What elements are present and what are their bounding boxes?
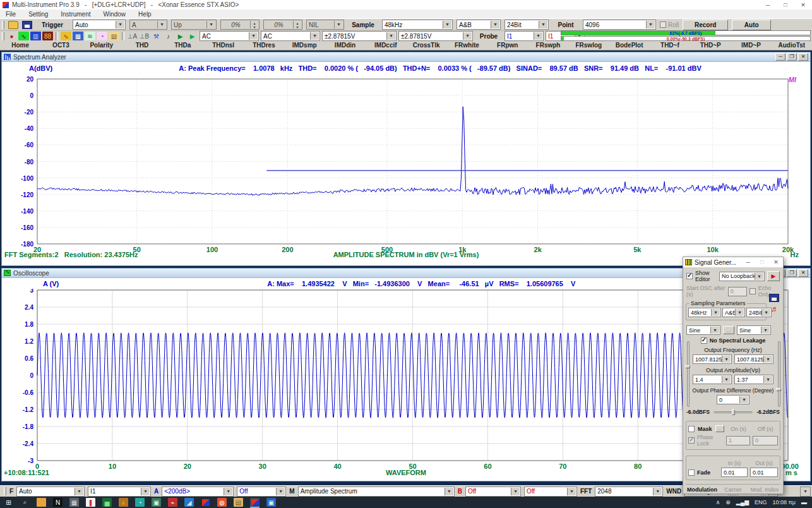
tab-imdccif[interactable]: IMDccif [366, 41, 406, 50]
dbfs-slider[interactable] [713, 411, 753, 413]
clock[interactable]: 10:08 πμ [773, 499, 796, 505]
tab-thd[interactable]: THD [122, 41, 162, 50]
spectrum-close-button[interactable]: ✕ [798, 53, 808, 61]
trigger-hpf-dropdown[interactable]: NIL [306, 20, 344, 30]
amplitude-a-slider[interactable] [685, 341, 690, 407]
wave-editor-button[interactable]: ... [723, 326, 734, 334]
menu-help[interactable]: Help [138, 11, 152, 18]
frequency-b-dropdown[interactable]: 1007.8125 [734, 354, 773, 364]
tab-thda[interactable]: THDa [162, 41, 203, 50]
media-app-icon[interactable]: ❚ [86, 498, 95, 507]
a-mode-dropdown[interactable]: Off [237, 487, 286, 497]
no-spectral-leakage-checkbox[interactable] [701, 337, 707, 344]
fade-in-field[interactable]: 0.01 [721, 468, 748, 477]
frequency-a-dropdown[interactable]: 1007.8125 [693, 354, 732, 364]
search-icon[interactable]: ⌕ [20, 498, 30, 507]
siggen-play-button[interactable]: ▶ [767, 271, 780, 281]
scope-close-button[interactable]: ✕ [798, 269, 808, 277]
menu-window[interactable]: Window [104, 11, 126, 18]
open-file-icon[interactable] [8, 21, 18, 29]
bit-depth-dropdown[interactable]: 24Bit [505, 20, 549, 30]
multi-instrument-active-icon[interactable] [250, 498, 260, 507]
lcr-meter-icon[interactable]: ◔ [97, 32, 107, 40]
multi-instrument-icon[interactable] [201, 498, 210, 507]
start-osc-field[interactable]: 0 [728, 287, 747, 296]
tab-imdsmp[interactable]: IMDsmp [284, 41, 325, 50]
trigger-edge-dropdown[interactable]: Up [171, 20, 217, 30]
menu-setting[interactable]: Setting [28, 11, 48, 18]
siggen-save-icon[interactable] [769, 294, 779, 302]
spectrum-minimize-button[interactable]: ─ [775, 53, 785, 61]
f-mode-dropdown[interactable]: Auto [16, 487, 85, 497]
a-range-dropdown[interactable]: <200dB> [162, 487, 234, 497]
spectrum-restore-button[interactable]: ❐ [787, 53, 797, 61]
trigger-source-dropdown[interactable]: A [129, 20, 167, 30]
siggen-minimize-button[interactable]: ─ [741, 259, 755, 265]
language-indicator[interactable]: ENG [755, 499, 767, 505]
tab-frswph[interactable]: FRswph [528, 41, 568, 50]
tab-audiotst[interactable]: AudioTst [772, 41, 812, 50]
image-viewer-icon[interactable]: ▣ [266, 498, 276, 507]
ddp-viewer-icon[interactable]: ▤ [109, 32, 119, 40]
sound-device-icon[interactable]: ♪ [163, 32, 174, 40]
tab-oct3[interactable]: OCT3 [40, 41, 81, 50]
roll-checkbox[interactable]: Roll [660, 21, 679, 28]
tab-polarity[interactable]: Polarity [81, 41, 122, 50]
siggen-rate-dropdown[interactable]: 48kHz [688, 308, 721, 317]
auto-button[interactable]: Auto [732, 20, 771, 30]
amplitude-b-slider[interactable] [776, 341, 781, 407]
stats-app-icon[interactable]: ⌁ [168, 498, 177, 507]
tab-thdres[interactable]: THDres [244, 41, 284, 50]
record-button[interactable]: Record [683, 20, 728, 30]
tab-home[interactable]: Home [0, 41, 40, 50]
teal-app-icon[interactable]: ◔ [135, 498, 145, 507]
probe-a-dropdown[interactable]: I1 [505, 31, 544, 41]
tab-thdnsl[interactable]: THDnsl [203, 41, 243, 50]
notepad-app-icon[interactable]: N [53, 498, 63, 507]
f-probe-dropdown[interactable]: I1 [88, 487, 151, 497]
oscilloscope-icon[interactable]: ∿ [18, 32, 29, 40]
data-logger-icon[interactable]: ≋ [85, 32, 95, 40]
b-mode2-dropdown[interactable]: Off [524, 487, 577, 497]
tray-chevron-icon[interactable]: ∧ [716, 499, 720, 505]
tab-bodeplot[interactable]: BodePlot [609, 41, 649, 50]
amplitude-a-dropdown[interactable]: 1.4 [693, 375, 732, 384]
tab-frswlog[interactable]: FRswlog [568, 41, 609, 50]
app-minimize-button[interactable]: ─ [759, 2, 777, 8]
fft-size-dropdown[interactable]: 2048 [595, 487, 663, 497]
phase-lock-checkbox[interactable] [688, 437, 695, 444]
trigger-delay-spinner[interactable]: 0% [263, 20, 302, 30]
siggen-bits-dropdown[interactable]: 24Bit [746, 308, 772, 317]
run-loop-icon[interactable]: ▶ [187, 32, 198, 40]
music-notes-icon[interactable]: ♬ [771, 305, 779, 313]
record-icon[interactable]: ● [6, 32, 17, 40]
tab-crosstlk[interactable]: CrossTlk [406, 41, 446, 50]
spectrum-analyzer-icon[interactable]: ▥ [30, 32, 41, 40]
trigger-mode-dropdown[interactable]: Auto [73, 20, 126, 30]
tab-frpwn[interactable]: FRpwn [487, 41, 528, 50]
siggen-titlebar[interactable]: Signal Gener... ─ □ ✕ [683, 257, 783, 267]
file-explorer-icon[interactable] [37, 498, 46, 507]
device-test-plan-icon[interactable]: ▦ [73, 32, 83, 40]
coupling-b-dropdown[interactable]: AC [261, 31, 320, 41]
echo-only-checkbox[interactable] [749, 288, 756, 294]
tab-frwhite[interactable]: FRwhite [446, 41, 487, 50]
menu-instrument[interactable]: Instrument [61, 11, 90, 18]
start-button[interactable]: ⊞ [4, 498, 13, 507]
probe-a-icon[interactable]: ⊥A [127, 32, 138, 40]
phase-lock-on-field[interactable]: 1 [726, 436, 750, 445]
sample-rate-dropdown[interactable]: 48kHz [382, 20, 453, 30]
photos-app-icon[interactable]: ▣ [152, 498, 161, 507]
coupling-a-dropdown[interactable]: AC [200, 31, 259, 41]
amplitude-b-dropdown[interactable]: 1.37 [734, 375, 773, 384]
mask-checkbox[interactable] [688, 426, 695, 432]
loopback-dropdown[interactable]: No Loopback [719, 272, 765, 281]
spectrum-window-titlebar[interactable]: Spectrum Analyzer ─ ❐ ✕ [2, 52, 810, 62]
waveform-a-dropdown[interactable]: Sine [686, 325, 720, 335]
code-app-icon[interactable]: ◢ [184, 498, 194, 507]
notes-app-icon[interactable]: ▤ [234, 498, 243, 507]
mask-editor-button[interactable]: ... [715, 425, 724, 432]
notification-icon[interactable]: ▬ [801, 499, 807, 505]
app-close-button[interactable]: ✕ [794, 2, 812, 8]
trigger-level-spinner[interactable]: 0% [220, 20, 260, 30]
